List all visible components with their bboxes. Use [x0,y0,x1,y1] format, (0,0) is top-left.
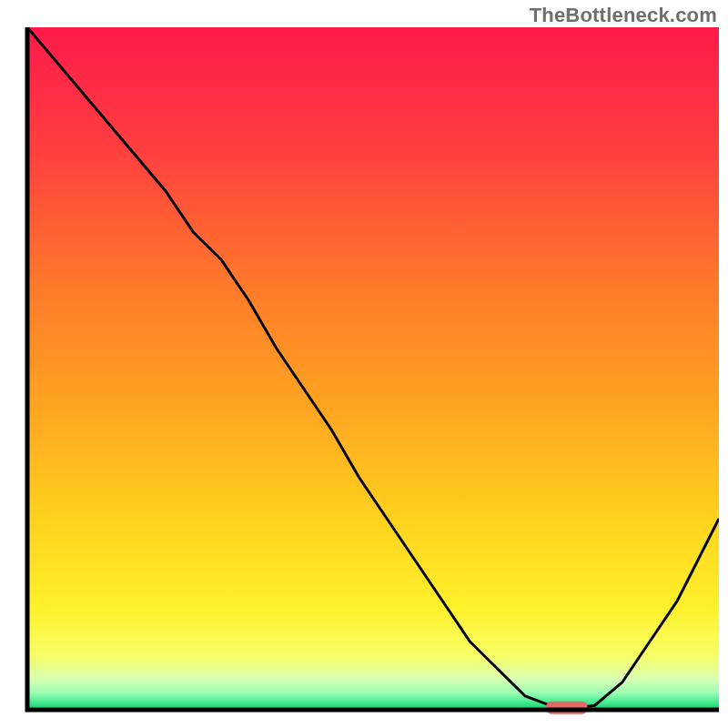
chart-container: TheBottleneck.com [0,0,728,728]
gradient-background [27,27,719,710]
bottleneck-chart [0,0,728,728]
